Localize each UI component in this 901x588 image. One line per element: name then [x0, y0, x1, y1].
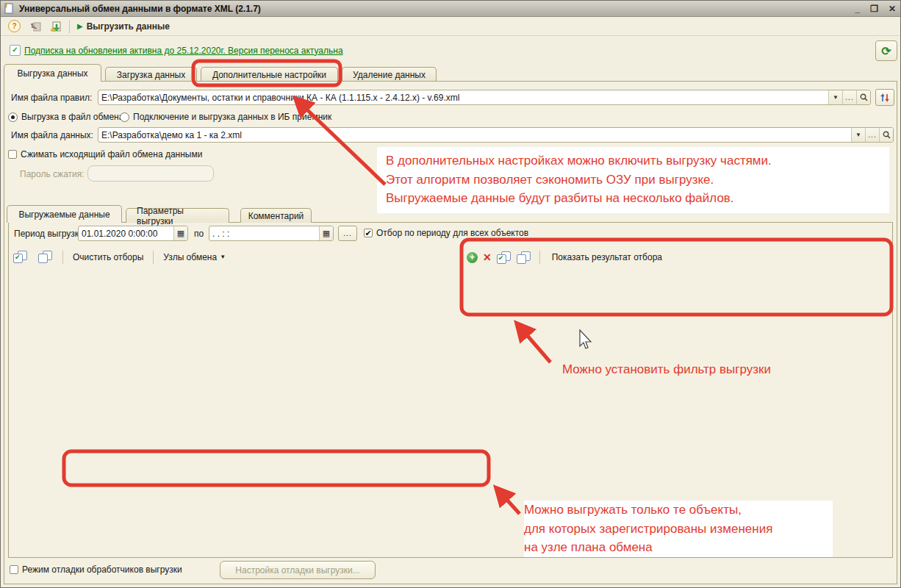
refresh-button[interactable]: ⟳	[875, 40, 897, 61]
debug-settings-button[interactable]: Настройка отладки выгрузки...	[220, 561, 376, 579]
radio-export-to-file[interactable]: Выгрузка в файл обмена	[8, 112, 123, 122]
debug-mode-checkbox[interactable]: Режим отладки обработчиков выгрузки	[10, 564, 182, 575]
radio-on-icon	[8, 112, 18, 122]
period-to-field[interactable]: . . : : ▦	[209, 226, 334, 241]
uncheck-all-icon	[38, 251, 53, 263]
load-settings-button[interactable]	[25, 19, 46, 34]
tab-additional-settings[interactable]: Дополнительные настройки	[201, 67, 338, 82]
calendar-icon[interactable]: ▦	[319, 226, 333, 240]
compress-checkbox[interactable]: Сжимать исходящий файл обмена данными	[8, 149, 202, 159]
data-browse-button[interactable]: ...	[865, 128, 879, 142]
title-bar: Универсальный обмен данными в формате XM…	[1, 1, 901, 17]
app-window: Универсальный обмен данными в формате XM…	[0, 0, 901, 588]
tab-export-params[interactable]: Параметры выгрузки	[126, 208, 229, 223]
play-icon: ▶	[77, 22, 83, 30]
chevron-down-icon: ▼	[220, 254, 226, 260]
toolbar-separator	[69, 20, 70, 33]
minimize-button[interactable]: _	[855, 4, 860, 14]
app-icon	[4, 3, 15, 14]
rules-file-label: Имя файла правил:	[11, 93, 92, 103]
check-all-icon	[13, 251, 28, 263]
checkbox-checked-icon	[364, 229, 373, 237]
restore-button[interactable]: ❐	[870, 4, 878, 14]
subscription-status-icon: ✓	[10, 45, 21, 56]
subscription-link[interactable]: Подписка на обновления активна до 25.12.…	[24, 46, 343, 56]
close-button[interactable]: ✕	[889, 4, 896, 14]
delete-filter-icon[interactable]: ✕	[483, 251, 492, 263]
checkbox-icon	[10, 565, 18, 574]
exchange-nodes-button[interactable]: Узлы обмена ▼	[159, 251, 229, 264]
tab-delete-data[interactable]: Удаление данных	[342, 67, 437, 82]
data-file-field[interactable]: E:\Разработка\демо ка 1 - ка 2.xml ▼ ...	[98, 127, 894, 143]
filter-uncheck-all-icon[interactable]	[517, 251, 531, 264]
radio-off-icon	[120, 112, 129, 122]
clear-filters-button[interactable]: Очистить отборы	[69, 251, 147, 264]
period-label: Период выгрузки:	[14, 229, 86, 239]
help-button[interactable]: ?	[4, 19, 25, 34]
main-toolbar: ? ▶ Выгрузить данные	[1, 17, 901, 36]
check-all-button[interactable]	[10, 249, 32, 265]
help-icon: ?	[8, 20, 21, 32]
save-settings-icon	[50, 21, 62, 32]
tab-exported-data[interactable]: Выгружаемые данные	[7, 205, 122, 223]
main-tabs: Выгрузка данных Загрузка данных Дополнит…	[4, 64, 437, 82]
rules-file-field[interactable]: E:\Разработка\Документы, остатки и справ…	[98, 90, 871, 105]
annotation-registered-changes: Можно выгружать только те объекты, для к…	[524, 501, 833, 557]
data-file-label: Имя файла данных:	[11, 130, 93, 140]
window-title: Универсальный обмен данными в формате XM…	[19, 4, 261, 14]
tab-import-data[interactable]: Загрузка данных	[105, 67, 197, 82]
calendar-icon[interactable]: ▦	[173, 226, 187, 240]
rules-browse-button[interactable]: ...	[842, 90, 856, 104]
rules-dropdown-icon[interactable]: ▼	[828, 90, 842, 104]
annotation-additional-settings: В дополнительных настройках можно включи…	[377, 147, 889, 213]
add-filter-icon[interactable]: +	[467, 252, 478, 263]
rules-search-icon[interactable]	[856, 90, 870, 104]
data-search-icon[interactable]	[879, 128, 893, 142]
refresh-icon: ⟳	[881, 44, 891, 58]
tab-export-data[interactable]: Выгрузка данных	[4, 64, 101, 82]
subscription-row: ✓ Подписка на обновления активна до 25.1…	[10, 45, 343, 56]
tree-toolbar: Очистить отборы Узлы обмена ▼	[10, 249, 229, 265]
password-field	[87, 165, 214, 182]
password-label: Пароль сжатия:	[20, 169, 85, 179]
data-dropdown-icon[interactable]: ▼	[851, 128, 865, 142]
period-filter-checkbox[interactable]: Отбор по периоду для всех объектов	[364, 228, 528, 238]
checkbox-icon	[8, 150, 17, 159]
uncheck-all-button[interactable]	[35, 249, 57, 265]
period-from-field[interactable]: 01.01.2020 0:00:00 ▦	[78, 226, 188, 241]
annotation-filter: Можно установить фильтр выгрузки	[562, 360, 771, 379]
load-settings-icon	[29, 21, 41, 32]
show-filter-result-button[interactable]: Показать результат отбора	[548, 251, 666, 264]
filter-check-all-icon[interactable]	[497, 251, 511, 264]
radio-export-to-ib[interactable]: Подключение и выгрузка данных в ИБ прием…	[120, 112, 331, 122]
inner-tabs: Выгружаемые данные Параметры выгрузки Ко…	[7, 205, 312, 223]
filter-toolbar: + ✕ Показать результат отбора	[467, 251, 666, 264]
export-data-button[interactable]: ▶ Выгрузить данные	[73, 19, 174, 34]
tab-comment[interactable]: Комментарий	[240, 208, 312, 223]
sync-icon	[880, 93, 890, 103]
period-to-label: по	[194, 229, 204, 239]
period-more-button[interactable]: ...	[338, 226, 357, 241]
save-settings-button[interactable]	[46, 19, 66, 34]
reread-rules-button[interactable]	[875, 89, 894, 106]
